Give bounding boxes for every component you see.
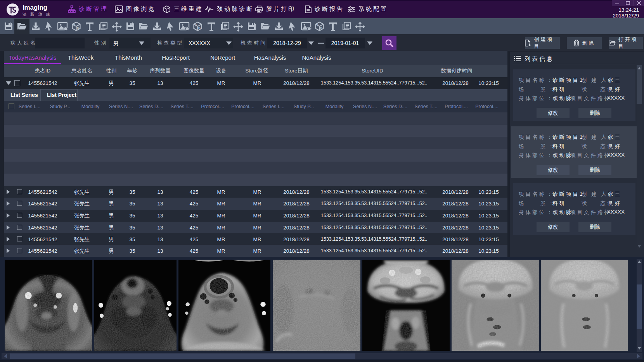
svg-text:D: D: [320, 26, 322, 30]
svg-text:D: D: [198, 26, 201, 30]
svg-text:D: D: [77, 26, 79, 30]
svg-text:3: 3: [73, 23, 75, 27]
svg-text:3: 3: [195, 23, 197, 27]
svg-text:3: 3: [317, 23, 319, 27]
